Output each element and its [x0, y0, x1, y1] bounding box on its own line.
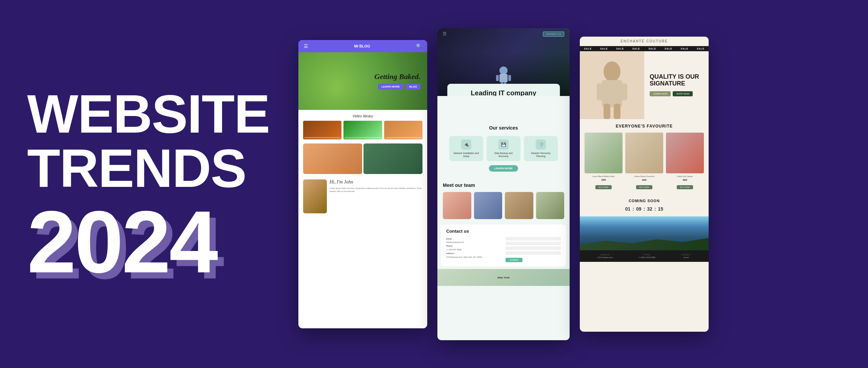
sc1-learn-more-btn[interactable]: LEARN MORE	[378, 84, 403, 90]
sc3-buy-btn-3[interactable]: BUY NOW	[677, 185, 693, 189]
sc2-service-card-2: 💾 Data Backup and Recovery	[487, 136, 520, 161]
sc3-hero: QUALITY IS OUR SIGNATURE LEARN NOW SHOP …	[580, 51, 709, 119]
year-front: 2024	[27, 202, 261, 282]
sc1-video-thumb-1[interactable]	[303, 121, 341, 139]
sc2-contact-title: Contact us	[446, 229, 561, 234]
left-section: WEBSITE TRENDS 2024 2024	[0, 66, 288, 302]
sc3-buy-btn-1[interactable]: BUY NOW	[595, 185, 612, 189]
sc2-form-field-4[interactable]	[506, 251, 561, 255]
sc3-countdown-sep2: :	[644, 206, 645, 212]
sc1-video-section: Video library	[298, 110, 427, 143]
sc2-service-card-1: 🔌 Network Installation and Setup	[449, 136, 483, 161]
sc2-form-field-1[interactable]	[506, 237, 561, 240]
sc3-countdown-sep3: :	[654, 206, 656, 212]
sc3-product-price-1: 355	[585, 178, 623, 181]
sc2-form-field-3[interactable]	[506, 247, 561, 250]
sc2-team-member-2	[474, 192, 502, 219]
sc3-product-card-1: Linen-Blend White Pants 355 BUY NOW	[585, 133, 623, 189]
sc2-contact-btn[interactable]: CONTACT US	[543, 32, 564, 37]
sc2-services-title: Our services	[443, 125, 564, 131]
sc3-sale-item-5: SALE	[648, 47, 656, 50]
sc3-product-card-2: Cotton Blend Overshirt 400 BUY NOW	[625, 133, 663, 189]
svg-rect-3	[508, 75, 511, 81]
sc3-product-grid: Linen-Blend White Pants 355 BUY NOW Cott…	[585, 133, 704, 189]
sc1-bio: Hi, I'm John Lorem ipsum dolor sit amet,…	[330, 179, 422, 213]
main-title: WEBSITE TRENDS	[27, 87, 261, 195]
sc3-brand: ENCHANTÉ COUTURE	[620, 39, 668, 43]
sc1-video-grid	[303, 121, 422, 139]
sc3-sale-item-8: SALE	[697, 47, 705, 50]
sc3-footer: ADDRESS 123 Fashion Ave PHONE +1 800 COU…	[580, 250, 709, 262]
sc3-product-price-2: 400	[625, 178, 663, 181]
sc3-footer-phone-label: PHONE	[638, 254, 655, 256]
sc1-food-img-2	[363, 143, 422, 174]
svg-rect-11	[604, 104, 610, 119]
sc2-service-icon-1: 🔌	[461, 139, 471, 150]
sc3-buy-btn-2[interactable]: BUY NOW	[636, 185, 653, 189]
sc3-footer-connect-icons: ● ● ●	[682, 256, 691, 258]
sc1-food-img-1	[303, 143, 362, 174]
sc3-landscape-img	[580, 216, 709, 250]
sc3-footer-phone-value: +1 800 COUTURE	[638, 256, 655, 258]
sc2-address-label: Address	[446, 252, 501, 255]
sc3-countdown-h: 01	[625, 206, 631, 212]
title-line1: WEBSITE	[27, 83, 270, 144]
sc2-phone-label: Phone	[446, 244, 501, 248]
sc2-form-field-2[interactable]	[506, 242, 561, 245]
sc2-hero-overlay-card: Leading IT company LEARN MORE GET STARTE…	[447, 84, 560, 96]
sc1-hero-buttons: LEARN MORE BLOG	[374, 84, 420, 90]
sc3-product-img-2	[625, 133, 663, 173]
sc2-services-learn-more-btn[interactable]: LEARN MORE	[489, 165, 518, 172]
sc1-video-title: Video library	[303, 114, 422, 118]
sc2-team-grid	[443, 192, 564, 219]
sc3-coming-soon: COMING SOON 01 : 09 : 32 : 15	[580, 194, 709, 216]
sc1-bio-text: Lorem ipsum dolor sit amet, consectetur …	[330, 187, 422, 193]
sc1-video-thumb-3[interactable]	[384, 121, 422, 139]
sc1-play-bar-3	[385, 137, 421, 138]
sc2-team-member-1	[443, 192, 471, 219]
sc3-countdown: 01 : 09 : 32 : 15	[585, 206, 704, 212]
sc3-product-name-2: Cotton Blend Overshirt	[625, 175, 663, 177]
sc3-footer-address: ADDRESS 123 Fashion Ave	[597, 254, 613, 258]
sc1-video-thumb-2[interactable]	[343, 121, 382, 139]
sc1-play-bar-1	[304, 137, 340, 138]
svg-rect-12	[614, 104, 620, 119]
main-container: WEBSITE TRENDS 2024 2024 ☰ MI BLOG 🔍 Get…	[0, 0, 868, 368]
sc3-sale-item-4: SALE	[632, 47, 640, 50]
sc1-bio-title: Hi, I'm John	[330, 179, 422, 185]
sc3-sale-bar: SALE SALE SALE SALE SALE SALE SALE SALE	[580, 46, 709, 51]
sc3-product-name-3: Fitted Suit Jacket	[666, 175, 704, 177]
sc3-footer-connect: CONNECT ● ● ●	[682, 254, 691, 258]
sc3-hero-btns: LEARN NOW SHOP NOW	[650, 91, 703, 96]
sc2-service-label-3: Disaster Recovery Planning	[527, 152, 555, 158]
sc3-hero-img	[580, 51, 644, 119]
sc2-services-section: Our services 🔌 Network Installation and …	[437, 120, 570, 177]
sc3-footer-address-label: ADDRESS	[597, 254, 613, 256]
sc3-footer-address-value: 123 Fashion Ave	[597, 256, 613, 258]
sc2-email-label: Email	[446, 237, 501, 241]
sc3-countdown-sep1: :	[632, 206, 634, 212]
sc2-phone-value: +1 234 567 8900	[446, 248, 501, 252]
sc2-team-member-4	[536, 192, 565, 219]
sc2-team-member-3	[505, 192, 533, 219]
sc2-team-title: Meet our team	[443, 182, 564, 188]
sc3-landscape-wave	[580, 237, 709, 250]
sc1-header: ☰ MI BLOG 🔍	[298, 40, 427, 52]
sc3-shop-btn[interactable]: SHOP NOW	[673, 91, 693, 96]
sc2-services-grid: 🔌 Network Installation and Setup 💾 Data …	[443, 136, 564, 161]
sc3-product-img-1	[585, 133, 623, 173]
sc3-hero-content: QUALITY IS OUR SIGNATURE LEARN NOW SHOP …	[644, 51, 709, 119]
sc1-search-icon: 🔍	[416, 43, 422, 49]
year-display: 2024 2024	[27, 202, 261, 282]
svg-rect-8	[602, 80, 622, 107]
sc2-menu-icon[interactable]: ☰	[443, 32, 447, 36]
sc3-footer-connect-label: CONNECT	[682, 254, 691, 256]
sc3-learn-btn[interactable]: LEARN NOW	[650, 91, 671, 96]
sc1-blog-btn[interactable]: BLOG	[406, 84, 420, 90]
svg-rect-1	[499, 74, 508, 82]
sc3-footer-phone: PHONE +1 800 COUTURE	[638, 254, 655, 258]
sc2-nav: ☰ CONTACT US	[437, 32, 570, 37]
sc2-team-section: Meet our team	[437, 177, 570, 225]
sc2-submit-btn[interactable]: SUBMIT	[506, 258, 522, 262]
sc3-header: ENCHANTÉ COUTURE	[580, 37, 709, 46]
